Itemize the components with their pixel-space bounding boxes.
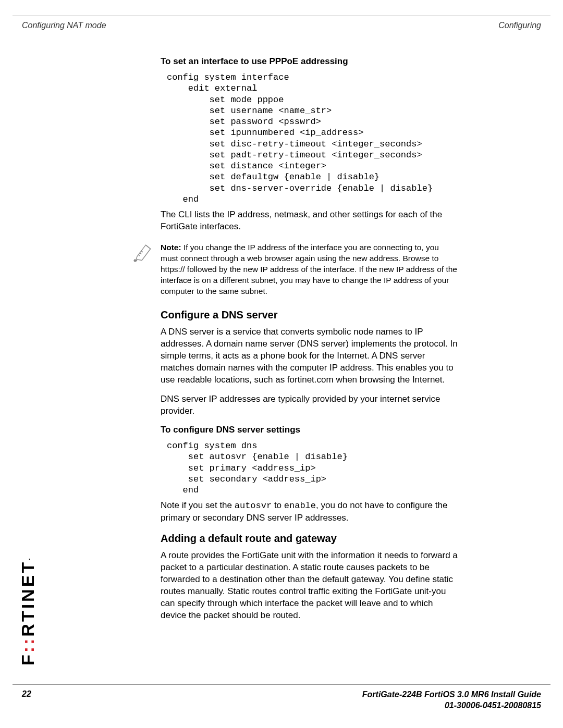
para-cli-lists: The CLI lists the IP address, netmask, a… [161,209,458,233]
footer: 22 FortiGate-224B FortiOS 3.0 MR6 Instal… [22,689,541,711]
main-column: To set an interface to use PPPoE address… [161,56,458,629]
note-label: Note: [161,243,181,252]
para-route-1: A route provides the FortiGate unit with… [161,550,458,622]
inline-code-autosvr: autosvr [235,501,272,511]
note-block: Note: If you change the IP address of th… [161,242,458,297]
footer-line-2: 01-30006-0451-20080815 [445,701,541,710]
inline-code-enable: enable [284,501,316,511]
fortinet-logo: F::RTINET. [19,556,36,665]
para-dns-2: DNS server IP addresses are typically pr… [161,393,458,417]
heading-default-route: Adding a default route and gateway [161,533,458,545]
note-text: Note: If you change the IP address of th… [161,242,458,297]
footer-text: FortiGate-224B FortiOS 3.0 MR6 Install G… [362,689,541,711]
page: Configuring NAT mode Configuring To set … [0,0,563,728]
code-block-pppoe: config system interface edit external se… [167,72,458,205]
running-head-left: Configuring NAT mode [22,21,106,30]
procedure-title-dns: To configure DNS server settings [161,425,458,435]
footer-line-1: FortiGate-224B FortiOS 3.0 MR6 Install G… [362,690,541,699]
heading-dns: Configure a DNS server [161,309,458,321]
procedure-title-pppoe: To set an interface to use PPPoE address… [161,56,458,67]
rule-top [13,16,550,16]
page-number: 22 [22,689,31,698]
running-head-right: Configuring [498,21,541,30]
text: Note if you set the [161,500,235,510]
para-dns-3: Note if you set the autosvr to enable, y… [161,500,458,524]
para-dns-1: A DNS server is a service that converts … [161,326,458,386]
note-body: If you change the IP address of the inte… [161,243,457,295]
code-block-dns: config system dns set autosvr {enable | … [167,440,458,496]
rule-bottom [13,684,550,685]
note-icon [131,240,154,263]
text: to [272,500,284,510]
